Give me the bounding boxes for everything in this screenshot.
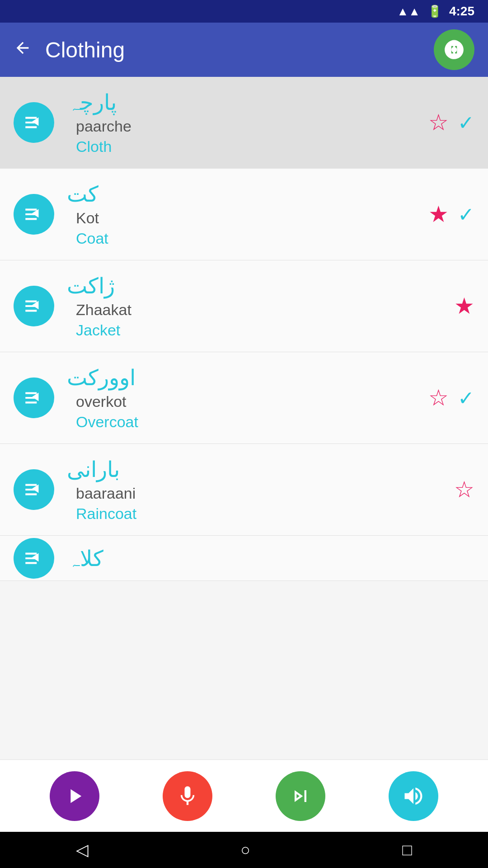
time-display: 4:25 xyxy=(449,4,474,19)
android-recent-icon[interactable]: □ xyxy=(402,840,412,859)
word-content-1: پارچہ paarche Cloth xyxy=(67,90,416,156)
item-notes-button-3[interactable] xyxy=(14,286,54,326)
skip-button[interactable] xyxy=(276,771,325,821)
antenna-button[interactable] xyxy=(434,29,474,70)
word-english-4: Overcoat xyxy=(67,413,416,431)
battery-icon: 🔋 xyxy=(427,5,442,19)
word-actions-3: ★ xyxy=(454,295,474,317)
star-button-5[interactable]: ☆ xyxy=(454,478,474,501)
status-bar: ▲▲ 🔋 4:25 xyxy=(0,0,488,23)
word-urdu-5: بارانی xyxy=(67,457,441,482)
word-english-3: Jacket xyxy=(67,321,441,339)
word-content-6: کلاہ xyxy=(67,546,474,571)
list-item: کت Kot Coat ★ ✓ xyxy=(0,169,488,260)
check-icon-4: ✓ xyxy=(458,387,474,410)
word-transliteration-1: paarche xyxy=(67,118,416,135)
star-icon-5: ☆ xyxy=(454,477,474,502)
star-button-4[interactable]: ☆ xyxy=(428,387,449,409)
bottom-nav xyxy=(0,760,488,832)
star-icon-3: ★ xyxy=(454,293,474,319)
item-notes-button-5[interactable] xyxy=(14,469,54,510)
word-transliteration-4: overkot xyxy=(67,393,416,410)
back-button[interactable] xyxy=(14,39,32,61)
star-button-2[interactable]: ★ xyxy=(428,203,449,226)
word-actions-5: ☆ xyxy=(454,478,474,501)
word-english-5: Raincoat xyxy=(67,505,441,523)
check-icon-2: ✓ xyxy=(458,203,474,226)
word-urdu-1: پارچہ xyxy=(67,90,416,115)
check-icon-1: ✓ xyxy=(458,111,474,134)
star-icon-2: ★ xyxy=(428,202,449,227)
word-content-3: ژاکت Zhaakat Jacket xyxy=(67,273,441,339)
star-button-3[interactable]: ★ xyxy=(454,295,474,317)
android-nav-bar: ◁ ○ □ xyxy=(0,832,488,868)
item-notes-button-6[interactable] xyxy=(14,538,54,579)
word-actions-4: ☆ ✓ xyxy=(428,387,474,410)
word-content-5: بارانی baaraani Raincoat xyxy=(67,457,441,523)
word-transliteration-2: Kot xyxy=(67,209,416,227)
item-notes-button-4[interactable] xyxy=(14,377,54,418)
android-back-icon[interactable]: ◁ xyxy=(76,840,89,859)
word-list: پارچہ paarche Cloth ☆ ✓ کت Kot Coat ★ ✓ xyxy=(0,77,488,581)
star-icon-1: ☆ xyxy=(428,110,449,135)
word-urdu-2: کت xyxy=(67,181,416,207)
word-actions-1: ☆ ✓ xyxy=(428,111,474,134)
page-title: Clothing xyxy=(45,38,420,62)
item-notes-button-1[interactable] xyxy=(14,102,54,143)
list-item-partial: کلاہ xyxy=(0,536,488,581)
word-content-4: اوورکت overkot Overcoat xyxy=(67,365,416,431)
word-urdu-3: ژاکت xyxy=(67,273,441,298)
word-english-1: Cloth xyxy=(67,138,416,156)
mic-button[interactable] xyxy=(163,771,212,821)
signal-icon: ▲▲ xyxy=(397,5,420,19)
word-urdu-6: کلاہ xyxy=(67,546,474,571)
word-content-2: کت Kot Coat xyxy=(67,181,416,247)
list-item: بارانی baaraani Raincoat ☆ xyxy=(0,444,488,536)
android-home-icon[interactable]: ○ xyxy=(240,840,250,859)
item-notes-button-2[interactable] xyxy=(14,194,54,235)
word-transliteration-3: Zhaakat xyxy=(67,301,441,319)
play-button[interactable] xyxy=(50,771,99,821)
volume-button[interactable] xyxy=(389,771,438,821)
star-button-1[interactable]: ☆ xyxy=(428,111,449,134)
word-transliteration-5: baaraani xyxy=(67,485,441,502)
word-actions-2: ★ ✓ xyxy=(428,203,474,226)
word-urdu-4: اوورکت xyxy=(67,365,416,390)
status-icons: ▲▲ 🔋 4:25 xyxy=(397,4,474,19)
list-item: پارچہ paarche Cloth ☆ ✓ xyxy=(0,77,488,169)
word-english-2: Coat xyxy=(67,230,416,247)
list-item: ژاکت Zhaakat Jacket ★ xyxy=(0,260,488,352)
header: Clothing xyxy=(0,23,488,77)
star-icon-4: ☆ xyxy=(428,385,449,410)
list-item: اوورکت overkot Overcoat ☆ ✓ xyxy=(0,352,488,444)
